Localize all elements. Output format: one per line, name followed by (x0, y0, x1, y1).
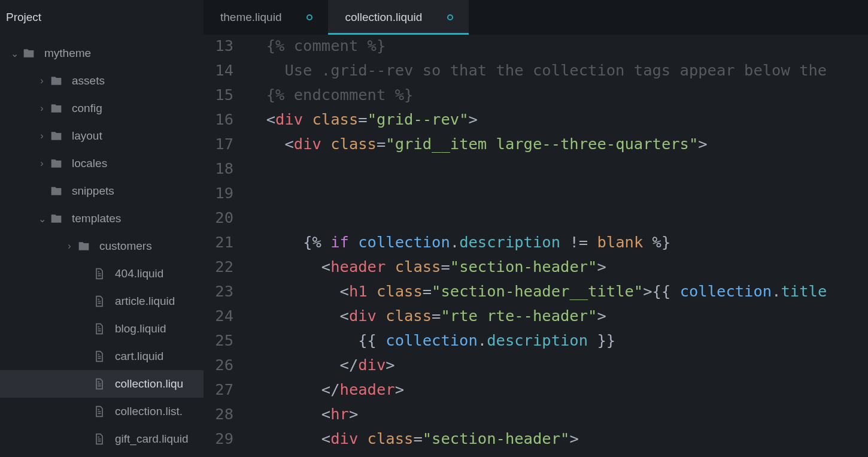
code-line[interactable]: 29 <div class="section-header"> (204, 426, 868, 451)
code-line[interactable]: 14 Use .grid--rev so that the collection… (204, 58, 868, 83)
code-content: <hr> (248, 402, 868, 426)
editor-tab[interactable]: collection.liquid (328, 0, 469, 35)
file-label: collection.liqu (108, 377, 183, 391)
code-content: <h1 class="section-header__title">{{ col… (248, 279, 868, 304)
folder-label: assets (65, 74, 105, 87)
code-line[interactable]: 20 (204, 205, 868, 230)
chevron-right-icon: › (36, 131, 48, 141)
tree-file[interactable]: cart.liquid (0, 343, 204, 370)
tree-folder-assets[interactable]: › assets (0, 67, 204, 95)
folder-icon (48, 130, 65, 142)
file-label: article.liquid (108, 295, 175, 308)
editor-pane: theme.liquidcollection.liquid 13 {% comm… (204, 0, 868, 457)
folder-icon (48, 158, 65, 170)
code-content (248, 205, 868, 230)
tab-bar: theme.liquidcollection.liquid (204, 0, 868, 35)
file-icon (91, 323, 108, 335)
tree-file[interactable]: collection.list. (0, 398, 204, 425)
code-line[interactable]: 22 <header class="section-header"> (204, 255, 868, 279)
tab-label: collection.liquid (345, 11, 422, 24)
line-number: 19 (204, 181, 248, 205)
code-content: <div class="grid__item large--three-quar… (248, 132, 868, 156)
code-content: {% if collection.description != blank %} (248, 230, 868, 255)
code-line[interactable]: 16 <div class="grid--rev"> (204, 107, 868, 132)
chevron-right-icon: › (63, 241, 75, 252)
chevron-down-icon: ⌄ (8, 48, 20, 59)
file-icon (91, 378, 108, 390)
code-line[interactable]: 21 {% if collection.description != blank… (204, 230, 868, 255)
line-number: 22 (204, 255, 248, 279)
code-line[interactable]: 24 <div class="rte rte--header"> (204, 304, 868, 328)
code-line[interactable]: 13 {% comment %} (204, 35, 868, 58)
folder-label: snippets (65, 184, 114, 198)
folder-label: templates (65, 212, 121, 225)
code-content: </div> (248, 353, 868, 377)
code-line[interactable]: 30 <div class="section-header__right" (204, 451, 868, 457)
line-number: 28 (204, 402, 248, 426)
tree-file[interactable]: blog.liquid (0, 315, 204, 343)
code-content: {% endcomment %} (248, 83, 868, 107)
folder-icon (48, 102, 65, 114)
code-line[interactable]: 15 {% endcomment %} (204, 83, 868, 107)
folder-icon (48, 185, 65, 197)
tab-label: theme.liquid (220, 11, 281, 24)
code-line[interactable]: 27 </header> (204, 377, 868, 402)
code-editor[interactable]: 13 {% comment %}14 Use .grid--rev so tha… (204, 35, 868, 457)
line-number: 14 (204, 58, 248, 83)
line-number: 30 (204, 451, 248, 457)
code-content: <header class="section-header"> (248, 255, 868, 279)
code-content: </header> (248, 377, 868, 402)
folder-icon (48, 213, 65, 225)
code-line[interactable]: 25 {{ collection.description }} (204, 328, 868, 353)
line-number: 24 (204, 304, 248, 328)
file-tree: ⌄ mytheme › assets › config › layout (0, 35, 204, 453)
tree-file[interactable]: article.liquid (0, 287, 204, 315)
folder-icon (20, 47, 37, 59)
line-number: 13 (204, 35, 248, 58)
line-number: 29 (204, 426, 248, 451)
file-label: collection.list. (108, 405, 183, 418)
chevron-down-icon: ⌄ (36, 213, 48, 225)
project-label: Project (0, 0, 204, 35)
code-content: <div class="section-header__right" (248, 451, 868, 457)
code-content: {{ collection.description }} (248, 328, 868, 353)
line-number: 25 (204, 328, 248, 353)
code-content: <div class="rte rte--header"> (248, 304, 868, 328)
code-line[interactable]: 28 <hr> (204, 402, 868, 426)
chevron-right-icon: › (36, 75, 48, 86)
tree-folder-layout[interactable]: › layout (0, 122, 204, 150)
file-icon (91, 295, 108, 307)
code-content (248, 181, 868, 205)
tree-folder-config[interactable]: › config (0, 95, 204, 122)
tree-folder-snippets[interactable]: › snippets (0, 177, 204, 205)
folder-icon (75, 240, 92, 252)
line-number: 16 (204, 107, 248, 132)
code-content: Use .grid--rev so that the collection ta… (248, 58, 868, 83)
folder-icon (48, 75, 65, 87)
dirty-indicator-icon (447, 14, 453, 20)
line-number: 17 (204, 132, 248, 156)
code-line[interactable]: 26 </div> (204, 353, 868, 377)
file-icon (91, 405, 108, 417)
tree-folder-customers[interactable]: › customers (0, 232, 204, 260)
folder-label: locales (65, 157, 107, 170)
tree-file[interactable]: gift_card.liquid (0, 425, 204, 453)
code-line[interactable]: 17 <div class="grid__item large--three-q… (204, 132, 868, 156)
tree-folder-templates[interactable]: ⌄ templates (0, 205, 204, 232)
chevron-right-icon: › (36, 158, 48, 169)
tree-folder-locales[interactable]: › locales (0, 150, 204, 177)
editor-tab[interactable]: theme.liquid (204, 0, 328, 35)
line-number: 15 (204, 83, 248, 107)
folder-label: config (65, 102, 102, 115)
tree-file[interactable]: 404.liquid (0, 260, 204, 287)
tree-folder-root[interactable]: ⌄ mytheme (0, 40, 204, 67)
code-line[interactable]: 18 (204, 156, 868, 181)
line-number: 26 (204, 353, 248, 377)
file-icon (91, 433, 108, 445)
code-line[interactable]: 19 (204, 181, 868, 205)
code-content: {% comment %} (248, 35, 868, 58)
code-line[interactable]: 23 <h1 class="section-header__title">{{ … (204, 279, 868, 304)
line-number: 27 (204, 377, 248, 402)
tree-file[interactable]: collection.liqu (0, 370, 204, 398)
folder-label: customers (92, 240, 152, 253)
